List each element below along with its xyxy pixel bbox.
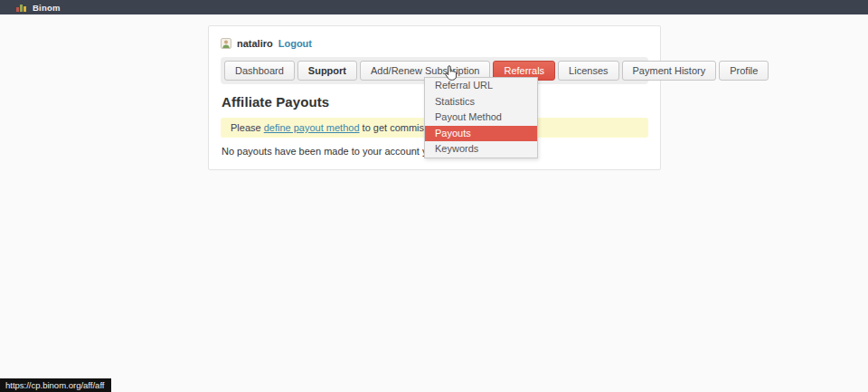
dropdown-item-payouts[interactable]: Payouts	[425, 126, 537, 142]
brand-title[interactable]: Binom	[33, 3, 61, 13]
user-avatar-icon	[221, 38, 231, 49]
nav-tab-support[interactable]: Support	[297, 61, 357, 81]
logout-link[interactable]: Logout	[278, 38, 312, 49]
nav-tab-dashboard[interactable]: Dashboard	[224, 61, 295, 81]
dropdown-item-keywords[interactable]: Keywords	[425, 141, 537, 158]
screen: Binom nataliro Logout DashboardSupportAd…	[0, 0, 868, 392]
nav-tab-licenses[interactable]: Licenses	[558, 61, 618, 81]
username: nataliro	[237, 38, 273, 49]
bar-chart-logo-icon[interactable]	[16, 4, 26, 12]
define-payout-method-link[interactable]: define payout method	[264, 122, 360, 133]
nav-tab-payment-history[interactable]: Payment History	[622, 61, 717, 81]
link-preview-statusbar: https://cp.binom.org/aff/aff	[0, 378, 111, 392]
user-row: nataliro Logout	[221, 38, 648, 49]
dropdown-item-statistics[interactable]: Statistics	[425, 94, 537, 110]
dropdown-item-referral-url[interactable]: Referral URL	[425, 78, 537, 94]
nav-tab-profile[interactable]: Profile	[719, 61, 769, 81]
topbar: Binom	[0, 0, 868, 14]
notice-text-prefix: Please	[231, 122, 264, 133]
referrals-dropdown: Referral URLStatisticsPayout MethodPayou…	[424, 77, 538, 158]
dropdown-item-payout-method[interactable]: Payout Method	[425, 110, 537, 126]
